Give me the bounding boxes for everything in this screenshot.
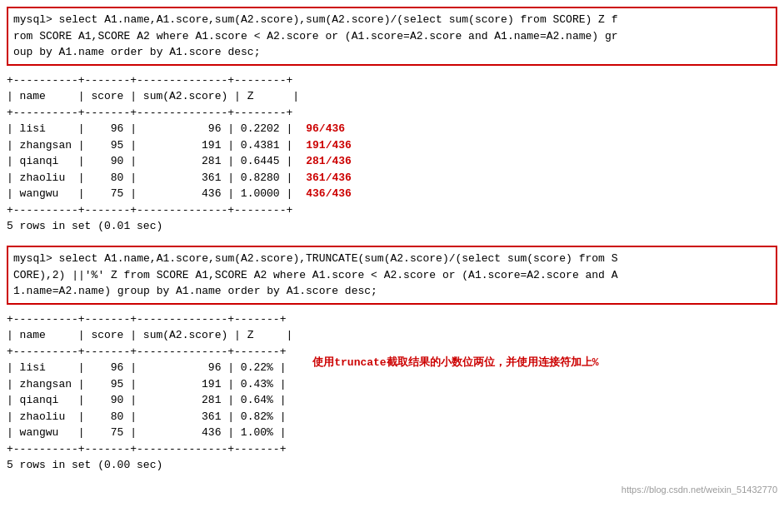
- table2-row-2: | qianqi | 90 | 281 | 0.64% |: [7, 392, 292, 409]
- table1-sep-bot: +----------+-------+--------------+-----…: [7, 202, 352, 219]
- table1-row-count: 5 rows in set (0.01 sec): [7, 220, 777, 232]
- table1-row-2-line: | qianqi | 90 | 281 | 0.6445 |: [7, 153, 292, 170]
- table1-wrapper: +----------+-------+--------------+-----…: [7, 72, 777, 219]
- result-section-1: mysql> select A1.name,A1.score,sum(A2.sc…: [7, 7, 777, 232]
- table2-sep-top: +----------+-------+--------------+-----…: [7, 311, 292, 328]
- table2-sep-bot: +----------+-------+--------------+-----…: [7, 441, 292, 458]
- query-block-2: mysql> select A1.name,A1.score,sum(A2.sc…: [7, 246, 777, 305]
- table1-row-0-line: | lisi | 96 | 96 | 0.2202 |: [7, 121, 292, 137]
- result-section-2: mysql> select A1.name,A1.score,sum(A2.sc…: [7, 246, 777, 471]
- table2-row-count: 5 rows in set (0.00 sec): [7, 459, 777, 471]
- table1-row-3-annotation: 361/436: [306, 172, 352, 184]
- footer-link: https://blog.csdn.net/weixin_51432770: [7, 485, 777, 495]
- table1-row-2: | qianqi | 90 | 281 | 0.6445 | 281/436: [7, 153, 352, 170]
- table1-row-4-annotation: 436/436: [306, 187, 352, 200]
- table2-output: +----------+-------+--------------+-----…: [7, 311, 292, 458]
- table1-sep-mid: +----------+-------+--------------+-----…: [7, 105, 352, 122]
- table1-sep-top: +----------+-------+--------------+-----…: [7, 72, 352, 89]
- table1-row-0-annotation: 96/436: [306, 122, 345, 135]
- table1-row-2-annotation: 281/436: [306, 155, 352, 167]
- table1-row-3-line: | zhaoliu | 80 | 361 | 0.8280 |: [7, 170, 292, 186]
- table2-row-0: | lisi | 96 | 96 | 0.22% |: [7, 360, 292, 376]
- query-block-1: mysql> select A1.name,A1.score,sum(A2.sc…: [7, 7, 777, 66]
- table2-sep-mid: +----------+-------+--------------+-----…: [7, 344, 292, 360]
- table2-header: | name | score | sum(A2.score) | Z |: [7, 327, 292, 344]
- table1-row-1: | zhangsan | 95 | 191 | 0.4381 | 191/436: [7, 137, 352, 154]
- table2-row-1: | zhangsan | 95 | 191 | 0.43% |: [7, 376, 292, 393]
- table2-row-3: | zhaoliu | 80 | 361 | 0.82% |: [7, 409, 292, 425]
- table2-side-annotation: 使用truncate截取结果的小数位两位，并使用连接符加上%: [312, 355, 598, 370]
- table2-with-annotation: +----------+-------+--------------+-----…: [7, 311, 777, 458]
- table1-output: +----------+-------+--------------+-----…: [7, 72, 352, 219]
- table1-row-1-line: | zhangsan | 95 | 191 | 0.4381 |: [7, 137, 292, 154]
- table1-row-4: | wangwu | 75 | 436 | 1.0000 | 436/436: [7, 186, 352, 202]
- table1-row-0: | lisi | 96 | 96 | 0.2202 | 96/436: [7, 121, 352, 137]
- table2-row-4: | wangwu | 75 | 436 | 1.00% |: [7, 425, 292, 441]
- table1-row-3: | zhaoliu | 80 | 361 | 0.8280 | 361/436: [7, 170, 352, 186]
- table1-header: | name | score | sum(A2.score) | Z |: [7, 88, 352, 105]
- table1-row-4-line: | wangwu | 75 | 436 | 1.0000 |: [7, 186, 292, 202]
- table1-row-1-annotation: 191/436: [306, 139, 352, 152]
